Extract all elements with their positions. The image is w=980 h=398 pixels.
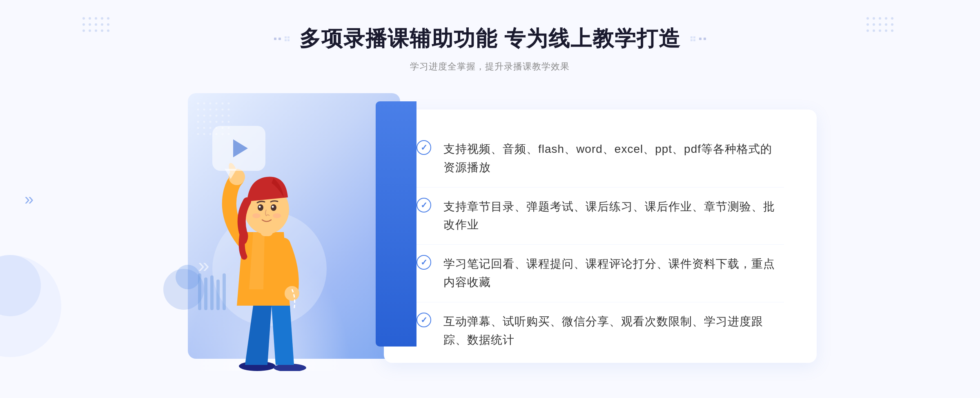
svg-point-58	[209, 121, 212, 123]
svg-point-12	[95, 29, 97, 32]
svg-rect-76	[210, 275, 214, 310]
svg-point-43	[228, 103, 230, 105]
illustration-area: »	[163, 93, 416, 371]
svg-point-7	[95, 23, 97, 26]
svg-point-44	[197, 109, 199, 111]
svg-point-53	[216, 115, 218, 117]
title-decorator-left	[274, 35, 291, 43]
check-circle-2: ✓	[416, 198, 431, 212]
dot-grid-top-left	[82, 16, 114, 38]
svg-point-13	[101, 29, 103, 32]
svg-point-40	[209, 103, 212, 105]
header-section: 多项录播课辅助功能 专为线上教学打造 学习进度全掌握，提升录播课教学效果	[274, 25, 706, 73]
svg-point-91	[273, 213, 281, 218]
svg-point-19	[891, 17, 893, 20]
svg-point-17	[879, 17, 881, 20]
svg-point-56	[197, 121, 199, 123]
svg-point-51	[203, 115, 205, 117]
title-decorator-right	[689, 35, 706, 43]
svg-point-6	[89, 23, 91, 26]
svg-point-64	[209, 127, 212, 129]
svg-point-60	[222, 121, 224, 123]
svg-point-48	[222, 109, 224, 111]
svg-point-10	[82, 29, 85, 32]
svg-point-47	[216, 109, 218, 111]
svg-point-29	[891, 29, 893, 32]
svg-point-38	[197, 103, 199, 105]
check-mark-4: ✓	[421, 316, 428, 324]
svg-point-21	[873, 23, 875, 26]
svg-point-16	[873, 17, 875, 20]
svg-point-25	[866, 29, 869, 32]
svg-point-24	[891, 23, 893, 26]
left-arrows-decoration: »	[24, 190, 33, 208]
content-area: »	[163, 93, 817, 371]
svg-point-9	[107, 23, 109, 26]
svg-point-0	[82, 17, 85, 20]
svg-rect-75	[204, 277, 207, 310]
svg-point-50	[197, 115, 199, 117]
feature-item-3: ✓ 学习笔记回看、课程提问、课程评论打分、课件资料下载，重点内容收藏	[416, 245, 784, 302]
feature-item-2: ✓ 支持章节目录、弹题考试、课后练习、课后作业、章节测验、批改作业	[416, 188, 784, 245]
svg-rect-77	[216, 279, 220, 310]
feature-text-3: 学习笔记回看、课程提问、课程评论打分、课件资料下载，重点内容收藏	[443, 255, 784, 292]
svg-point-28	[885, 29, 887, 32]
svg-point-15	[866, 17, 869, 20]
svg-point-57	[203, 121, 205, 123]
svg-point-2	[95, 17, 97, 20]
svg-rect-36	[690, 39, 693, 41]
main-title: 多项录播课辅助功能 专为线上教学打造	[299, 25, 681, 53]
svg-rect-34	[690, 36, 693, 38]
svg-point-41	[216, 103, 218, 105]
feature-text-2: 支持章节目录、弹题考试、课后练习、课后作业、章节测验、批改作业	[443, 198, 784, 235]
svg-point-52	[209, 115, 212, 117]
svg-point-20	[866, 23, 869, 26]
svg-point-88	[271, 204, 276, 211]
svg-point-23	[885, 23, 887, 26]
svg-point-59	[216, 121, 218, 123]
svg-point-63	[203, 127, 205, 129]
svg-point-45	[203, 109, 205, 111]
feature-item-4: ✓ 互动弹幕、试听购买、微信分享、观看次数限制、学习进度跟踪、数据统计	[416, 302, 784, 360]
svg-point-1	[89, 17, 91, 20]
title-row: 多项录播课辅助功能 专为线上教学打造	[274, 25, 706, 53]
svg-point-87	[259, 206, 261, 208]
svg-point-3	[101, 17, 103, 20]
svg-rect-74	[198, 273, 201, 310]
svg-point-18	[885, 17, 887, 20]
svg-point-39	[203, 103, 205, 105]
column-lines-decoration	[198, 273, 227, 312]
svg-rect-33	[287, 39, 290, 41]
svg-point-27	[879, 29, 881, 32]
check-circle-3: ✓	[416, 255, 431, 270]
svg-rect-37	[693, 39, 695, 41]
play-icon	[233, 139, 248, 157]
features-panel: ✓ 支持视频、音频、flash、word、excel、ppt、pdf等各种格式的…	[384, 110, 817, 363]
blue-accent-panel	[376, 101, 416, 347]
svg-point-46	[209, 109, 212, 111]
svg-point-11	[89, 29, 91, 32]
play-button-bubble	[212, 126, 265, 171]
dot-grid-top-right	[866, 16, 898, 38]
svg-rect-31	[287, 36, 290, 38]
check-mark-3: ✓	[421, 258, 428, 266]
page-container: »	[0, 0, 980, 398]
feature-text-1: 支持视频、音频、flash、word、excel、ppt、pdf等各种格式的资源…	[443, 140, 784, 177]
svg-point-54	[222, 115, 224, 117]
svg-point-22	[879, 23, 881, 26]
check-circle-1: ✓	[416, 140, 431, 155]
svg-point-61	[228, 121, 230, 123]
svg-point-5	[82, 23, 85, 26]
feature-text-4: 互动弹幕、试听购买、微信分享、观看次数限制、学习进度跟踪、数据统计	[443, 313, 784, 349]
svg-point-49	[228, 109, 230, 111]
svg-point-8	[101, 23, 103, 26]
subtitle: 学习进度全掌握，提升录播课教学效果	[274, 60, 706, 73]
svg-point-90	[252, 213, 261, 218]
svg-point-14	[107, 29, 109, 32]
feature-item-1: ✓ 支持视频、音频、flash、word、excel、ppt、pdf等各种格式的…	[416, 130, 784, 188]
svg-rect-78	[223, 273, 226, 310]
svg-point-42	[222, 103, 224, 105]
check-circle-4: ✓	[416, 313, 431, 327]
svg-point-55	[228, 115, 230, 117]
check-mark-1: ✓	[421, 143, 428, 152]
